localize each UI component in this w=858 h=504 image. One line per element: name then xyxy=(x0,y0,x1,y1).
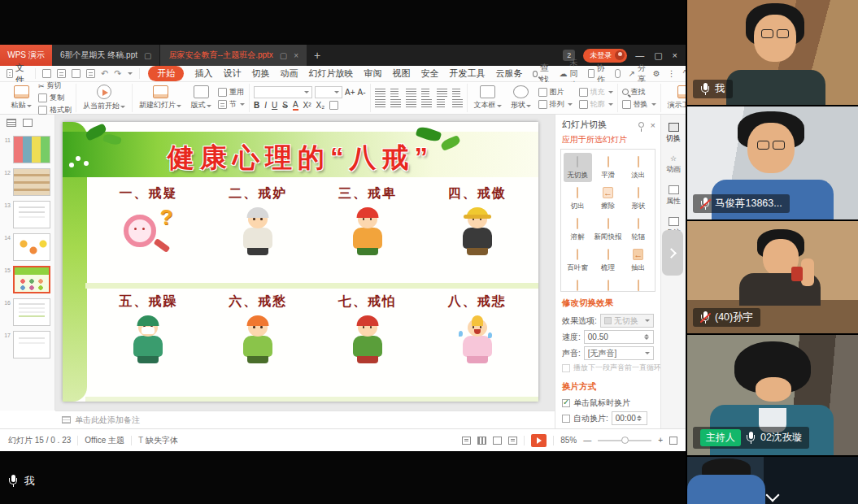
thumbnail-row[interactable]: 16 xyxy=(3,298,51,326)
clear-format-icon[interactable] xyxy=(329,101,338,110)
tab-home[interactable]: 开始 xyxy=(148,66,184,81)
arrange-button[interactable]: 排列 xyxy=(538,99,573,110)
reuse-button[interactable]: 重用 xyxy=(218,87,245,98)
slide-thumbnail[interactable] xyxy=(13,136,50,163)
sidebar-tab-properties[interactable]: 属性 xyxy=(666,185,681,206)
superscript-button[interactable]: X² xyxy=(303,101,311,110)
reading-view-icon[interactable] xyxy=(493,437,502,445)
slide-thumbnail[interactable] xyxy=(13,233,50,261)
sidebar-tab-animation[interactable]: ☆动画 xyxy=(666,154,681,175)
normal-view-icon[interactable] xyxy=(462,437,471,445)
video-host[interactable]: 主持人 02沈孜璇 xyxy=(687,335,858,455)
align-right-icon[interactable] xyxy=(406,99,416,107)
transition-spoke[interactable]: 轮辐 xyxy=(625,215,653,244)
picture-button[interactable]: 图片 xyxy=(538,87,573,98)
print-icon[interactable] xyxy=(72,69,81,78)
video-participant-5[interactable] xyxy=(687,457,858,504)
slide-thumbnail-selected[interactable] xyxy=(13,266,50,293)
transition-lines[interactable]: 线条 xyxy=(594,276,623,292)
tab-view[interactable]: 视图 xyxy=(392,67,410,80)
auto-advance-checkbox[interactable] xyxy=(562,415,570,423)
transition-dissolve[interactable]: 溶解 xyxy=(564,215,592,244)
align-text-icon[interactable] xyxy=(452,99,463,107)
grow-font-button[interactable]: A+ xyxy=(345,88,355,97)
open-icon[interactable] xyxy=(42,69,51,78)
tab-slideshow[interactable]: 幻灯片放映 xyxy=(308,67,353,80)
section-button[interactable]: 节 xyxy=(218,99,245,110)
panel-collapse-handle[interactable] xyxy=(662,230,683,276)
fit-slide-icon[interactable] xyxy=(669,437,677,445)
more-icon[interactable]: ⋮ xyxy=(668,69,676,78)
doc-tab-1-restore-icon[interactable]: ▢ xyxy=(144,51,151,60)
outline-button[interactable]: 轮廓 xyxy=(579,99,613,110)
transition-checker[interactable]: 棋盘 xyxy=(625,276,653,292)
tab-design[interactable]: 设计 xyxy=(223,67,241,80)
quick-access-caret-icon[interactable] xyxy=(128,72,133,75)
loop-sound-checkbox[interactable] xyxy=(562,364,570,372)
zoom-in-button[interactable]: + xyxy=(658,436,663,445)
slide[interactable]: 健康心理的“八戒” 一、戒疑 ? 二、戒妒 xyxy=(63,122,538,402)
thumbnail-row[interactable]: 14 xyxy=(3,233,51,261)
notes-bar[interactable]: 单击此处添加备注 xyxy=(55,411,555,428)
slide-thumbnail[interactable] xyxy=(13,331,50,358)
zoom-out-button[interactable]: — xyxy=(583,436,591,445)
cut-button[interactable]: ✂剪切 xyxy=(38,80,72,91)
zoom-slider[interactable] xyxy=(598,440,651,441)
transition-wipe[interactable]: ←擦除 xyxy=(594,184,623,213)
thumbnail-row[interactable]: 11 xyxy=(3,136,51,163)
bold-button[interactable]: B xyxy=(254,101,259,110)
apply-selected-link[interactable]: 应用于所选幻灯片 xyxy=(555,133,660,149)
replace-button[interactable]: 替换 xyxy=(622,99,656,110)
on-click-checkbox[interactable] xyxy=(562,399,570,407)
transition-smooth[interactable]: 平滑 xyxy=(594,153,623,182)
tab-animation[interactable]: 动画 xyxy=(280,67,298,80)
comment-icon[interactable] xyxy=(615,69,621,78)
font-size-select[interactable] xyxy=(315,86,342,98)
italic-button[interactable]: I xyxy=(264,101,267,110)
columns-icon[interactable] xyxy=(437,99,445,107)
undo-icon[interactable]: ↶ xyxy=(101,68,108,79)
copy-button[interactable]: 复制 xyxy=(38,93,72,103)
font-name-select[interactable] xyxy=(254,86,312,98)
thumbnail-row[interactable]: 17 xyxy=(3,331,51,358)
slide-thumbnail[interactable] xyxy=(13,201,50,228)
video-participant-2[interactable]: 马俊苒13863... xyxy=(687,106,858,219)
redo-icon[interactable]: ↷ xyxy=(114,68,121,79)
missing-font-button[interactable]: T缺失字体 xyxy=(138,435,178,446)
slide-canvas[interactable]: 健康心理的“八戒” 一、戒疑 ? 二、戒妒 xyxy=(55,115,555,411)
slide-sorter-icon[interactable] xyxy=(477,437,486,445)
indent-increase-icon[interactable] xyxy=(421,89,429,97)
doc-tab-2-close-icon[interactable]: × xyxy=(294,51,298,60)
transition-blinds[interactable]: 百叶窗 xyxy=(564,245,592,275)
transition-cut[interactable]: 切出 xyxy=(564,184,592,213)
transition-split[interactable]: 分割 xyxy=(564,276,592,292)
outline-view-icon[interactable] xyxy=(7,119,16,127)
slideshow-play-button[interactable] xyxy=(531,434,547,447)
notes-view-icon[interactable] xyxy=(508,437,517,445)
subscript-button[interactable]: X₂ xyxy=(316,101,325,110)
new-slide-button[interactable]: 新建幻灯片 xyxy=(137,85,184,111)
tab-cloud[interactable]: 云服务 xyxy=(495,67,522,80)
pin-icon[interactable] xyxy=(638,122,644,128)
fill-button[interactable]: 填充 xyxy=(579,87,613,98)
collapse-ribbon-icon[interactable]: ^ xyxy=(683,69,686,78)
sidebar-tab-transition[interactable]: 切换 xyxy=(666,123,681,144)
transition-comb[interactable]: 梳理 xyxy=(594,245,623,275)
transition-none[interactable]: 无切换 xyxy=(564,153,592,182)
slides-view-icon[interactable] xyxy=(23,119,33,127)
preview-icon[interactable] xyxy=(86,69,95,78)
zoom-slider-knob[interactable] xyxy=(621,437,629,444)
paste-button[interactable]: 粘贴 xyxy=(7,85,35,111)
sound-select[interactable]: [无声音] xyxy=(584,346,654,360)
text-direction-icon[interactable] xyxy=(452,89,460,97)
justify-icon[interactable] xyxy=(421,99,432,107)
zoom-percentage[interactable]: 85% xyxy=(560,436,577,445)
strikethrough-button[interactable]: S xyxy=(282,101,288,110)
bullets-icon[interactable] xyxy=(375,89,385,97)
thumbnail-row[interactable]: 13 xyxy=(3,201,51,228)
doc-tab-1[interactable]: 6那个星期天 终稿.ppt ▢ xyxy=(52,45,160,66)
thumbnail-row[interactable]: 12 xyxy=(3,168,51,196)
textbox-button[interactable]: 文本框 xyxy=(472,85,504,111)
thumbnail-row-selected[interactable]: 15 xyxy=(3,266,51,293)
play-from-current-button[interactable]: 从当前开始 xyxy=(81,84,128,112)
